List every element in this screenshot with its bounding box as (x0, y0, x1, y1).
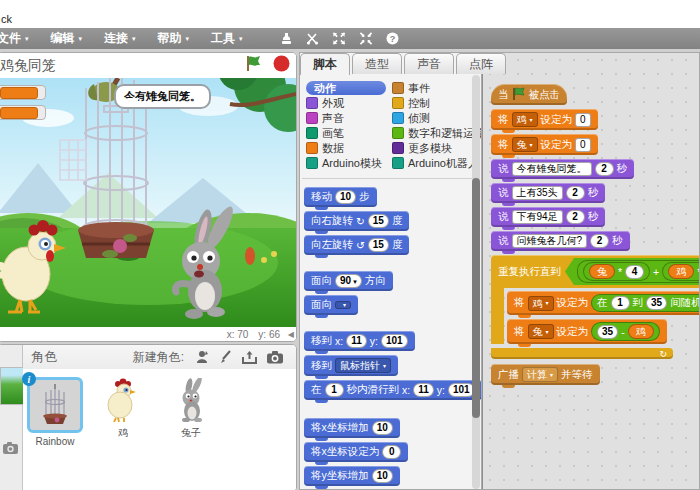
variable-dropdown[interactable]: 鸡▾ (512, 112, 538, 127)
secs-input[interactable]: 2 (590, 234, 609, 248)
broadcast-dropdown[interactable]: 计算▾ (522, 367, 558, 382)
tab-costumes[interactable]: 造型 (352, 53, 402, 74)
secs-input[interactable]: 2 (595, 162, 614, 176)
sprite-library-icon[interactable] (195, 350, 209, 364)
camera-icon[interactable] (267, 351, 283, 364)
y-input[interactable]: 101 (448, 383, 475, 397)
collapse-left-icon[interactable]: ◀ (288, 330, 294, 339)
category-operators[interactable]: 数字和逻辑运算 (392, 126, 482, 140)
script-area[interactable]: 当 被点击 将 鸡▾ 设定为 0 将 兔▾ 设定为 0 说今有雉兔同笼。2秒 说… (482, 52, 700, 490)
say-for-secs-block[interactable]: 说今有雉兔同笼。2秒 (491, 159, 634, 179)
set-variable-block[interactable]: 将 兔▾ 设定为 0 (491, 134, 598, 155)
variable-dropdown[interactable]: 兔▾ (512, 137, 538, 152)
camera-icon[interactable] (3, 440, 18, 458)
degrees-input[interactable]: 15 (368, 238, 389, 252)
point-direction-block[interactable]: 面向 90▾ 方向 (304, 271, 393, 291)
variable-dropdown[interactable]: 兔▾ (528, 324, 554, 339)
message-input[interactable]: 上有35头 (512, 186, 563, 200)
from-input[interactable]: 1 (611, 296, 630, 310)
menu-tools[interactable]: 工具 ▾ (200, 30, 254, 47)
turn-cw-block[interactable]: 向右旋转↻15度 (304, 211, 409, 231)
sprite-item-chicken[interactable]: 鸡 (95, 377, 151, 440)
x-input[interactable]: 11 (413, 383, 434, 397)
secs-input[interactable]: 2 (566, 210, 585, 224)
menu-connect[interactable]: 连接 ▾ (93, 30, 147, 47)
tab-dotmatrix[interactable]: 点阵 (456, 53, 506, 74)
subtract-operator[interactable]: 35 - 鸡 (591, 322, 660, 341)
sprite-item-rabbit[interactable]: 兔子 (163, 377, 219, 440)
point-towards-block[interactable]: 面向 ▾ (304, 295, 358, 315)
menu-file[interactable]: 文件 ▾ (0, 30, 40, 47)
category-arduino-robot[interactable]: Arduino机器人 (392, 156, 482, 170)
info-icon[interactable]: i (22, 372, 36, 386)
paint-brush-icon[interactable] (219, 350, 232, 364)
turn-ccw-block[interactable]: 向左旋转↺15度 (304, 235, 409, 255)
move-steps-block[interactable]: 移动10步 (304, 187, 377, 207)
category-sensing[interactable]: 侦测 (392, 111, 482, 125)
grow-icon[interactable] (332, 32, 346, 45)
say-for-secs-block[interactable]: 说问雉兔各几何?2秒 (491, 231, 630, 251)
to-input[interactable]: 35 (646, 296, 667, 310)
category-events[interactable]: 事件 (392, 81, 482, 95)
when-flag-clicked-block[interactable]: 当 被点击 (491, 84, 567, 105)
number-input[interactable]: 4 (625, 265, 644, 279)
shrink-icon[interactable] (359, 32, 373, 45)
category-sound[interactable]: 声音 (306, 111, 392, 125)
value-input[interactable]: 0 (575, 113, 591, 127)
goto-xy-block[interactable]: 移到x:11y:101 (304, 331, 415, 351)
degrees-input[interactable]: 15 (368, 214, 389, 228)
secs-input[interactable]: 2 (566, 186, 585, 200)
delete-scissors-icon[interactable] (306, 32, 319, 45)
scrollbar-thumb[interactable] (472, 178, 480, 418)
dx-input[interactable]: 10 (372, 421, 393, 435)
category-pen[interactable]: 画笔 (306, 126, 392, 140)
variable-rabbit-reporter[interactable]: 兔 (589, 264, 615, 279)
change-x-block[interactable]: 将x坐标增加10 (304, 418, 400, 438)
change-y-block[interactable]: 将y坐标增加10 (304, 466, 400, 486)
set-variable-block[interactable]: 将 鸡▾ 设定为 在 1 到 35 间随机选一个数 (507, 291, 700, 315)
message-input[interactable]: 下有94足 (512, 210, 563, 224)
repeat-until-block[interactable]: 重复执行直到 兔 * 4 + 鸡 * 2 (491, 255, 700, 359)
message-input[interactable]: 问雉兔各几何? (512, 234, 588, 248)
steps-input[interactable]: 10 (335, 190, 356, 204)
goto-dropdown[interactable]: 鼠标指针▾ (335, 358, 391, 373)
set-variable-block[interactable]: 将 兔▾ 设定为 35 - 鸡 (507, 319, 667, 344)
category-arduino-module[interactable]: Arduino模块 (306, 156, 392, 170)
broadcast-and-wait-block[interactable]: 广播 计算▾ 并等待 (491, 364, 600, 385)
variable-chicken-reporter[interactable]: 鸡 (668, 264, 694, 279)
x-input[interactable]: 11 (346, 334, 367, 348)
pick-random-block[interactable]: 在 1 到 35 间随机选一个数 (591, 294, 700, 312)
y-input[interactable]: 101 (381, 334, 408, 348)
menu-help[interactable]: 帮助 ▾ (147, 30, 201, 47)
variable-watcher[interactable] (0, 105, 46, 120)
variable-chicken-reporter[interactable]: 鸡 (628, 324, 654, 339)
direction-dropdown[interactable]: 90▾ (335, 274, 362, 288)
message-input[interactable]: 今有雉兔同笼。 (512, 162, 592, 176)
variable-dropdown[interactable]: 鸡▾ (528, 296, 554, 311)
block-help-icon[interactable]: ? (386, 32, 399, 45)
palette-scrollbar[interactable] (472, 75, 480, 489)
secs-input[interactable]: 1 (325, 383, 344, 397)
dy-input[interactable]: 10 (372, 469, 393, 483)
tab-sounds[interactable]: 声音 (404, 53, 454, 74)
plus-operator[interactable]: 兔 * 4 + 鸡 * 2 (577, 260, 700, 283)
duplicate-stamp-icon[interactable] (280, 32, 293, 45)
set-variable-block[interactable]: 将 鸡▾ 设定为 0 (491, 109, 598, 130)
multiply-operator[interactable]: 兔 * 4 (583, 262, 650, 281)
number-input[interactable]: 35 (597, 325, 618, 339)
stop-icon[interactable] (273, 55, 290, 76)
category-looks[interactable]: 外观 (306, 96, 392, 110)
glide-block[interactable]: 在1秒内滑行到x:11y:101 (304, 380, 482, 400)
category-data[interactable]: 数据 (306, 141, 392, 155)
category-moreblocks[interactable]: 更多模块 (392, 141, 482, 155)
set-x-block[interactable]: 将x坐标设定为0 (304, 442, 408, 462)
say-for-secs-block[interactable]: 说下有94足2秒 (491, 207, 605, 227)
menu-edit[interactable]: 编辑 ▾ (40, 30, 94, 47)
stage-thumbnail[interactable] (0, 367, 24, 405)
goto-target-block[interactable]: 移到 鼠标指针▾ (304, 355, 398, 376)
stage-selector-strip[interactable] (0, 345, 23, 490)
x-input[interactable]: 0 (382, 445, 401, 459)
category-control[interactable]: 控制 (392, 96, 482, 110)
tab-scripts[interactable]: 脚本 (300, 53, 350, 75)
equals-operator[interactable]: 兔 * 4 + 鸡 * 2 = 94 (565, 258, 700, 285)
